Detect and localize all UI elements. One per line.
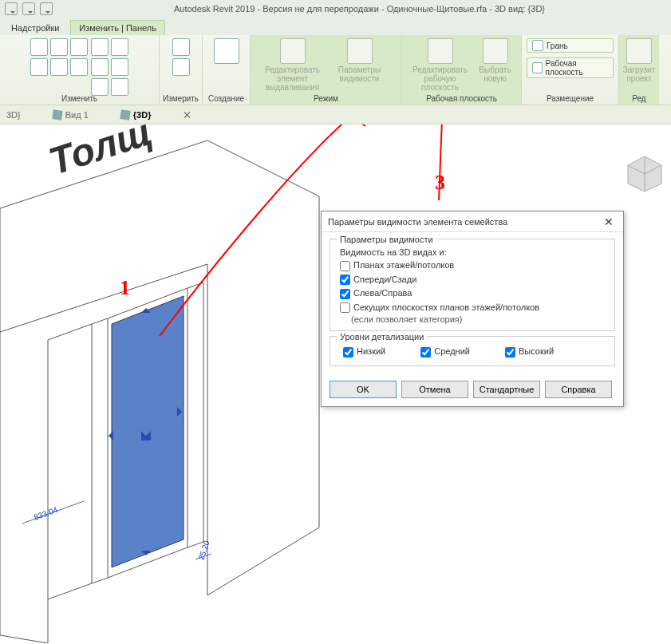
cb-low[interactable] <box>343 347 353 358</box>
title-bar: Autodesk Revit 2019 - Версия не для пере… <box>0 0 671 18</box>
drawing-canvas[interactable]: Толщ 833.04 25.20 <box>0 124 671 644</box>
cb-high-row[interactable]: Высокий <box>502 345 554 359</box>
cb-low-label: Низкий <box>357 346 385 356</box>
annotation-3: 3 <box>435 171 445 195</box>
view-tab-3d-active[interactable]: {3D} <box>120 110 152 120</box>
help-button[interactable]: Справка <box>545 381 612 398</box>
cb-med[interactable] <box>420 347 431 358</box>
workplane-label: Рабочая плоскость <box>546 59 608 77</box>
group-modify-label: Изменить <box>61 93 97 103</box>
cb-plan[interactable] <box>340 261 350 271</box>
cb-front-back[interactable] <box>340 275 350 285</box>
edit-extrusion-l1: Редактировать <box>265 65 320 74</box>
face-option[interactable]: Грань <box>527 38 614 53</box>
window-title: Autodesk Revit 2019 - Версия не для пере… <box>53 4 666 14</box>
visibility-on-label: Видимость на 3D видах и: <box>337 247 608 259</box>
ok-button[interactable]: OK <box>330 381 397 398</box>
modify-icon-1[interactable] <box>30 38 48 56</box>
modify-icon-6[interactable] <box>70 58 88 76</box>
workplane-icon <box>532 62 543 73</box>
pick-new-l1: Выбрать <box>479 65 511 74</box>
svg-marker-3 <box>109 431 113 441</box>
group-create-label: Создание <box>208 93 244 103</box>
edit-workplane-icon <box>428 38 453 64</box>
modify-icon-10[interactable] <box>111 58 128 76</box>
edit-extrusion-l2: элемент выдавливания <box>266 74 320 92</box>
visibility-fieldset: Параметры видимости Видимость на 3D вида… <box>330 239 615 331</box>
qat-icon-1[interactable] <box>5 2 18 15</box>
work-area: 3D} Вид 1 {3D} Толщ <box>0 105 671 644</box>
modify-icon-4[interactable] <box>30 58 48 76</box>
ribbon-tabs: Надстройки Изменить | Панель <box>0 18 671 35</box>
modify-icon-5[interactable] <box>50 58 68 76</box>
modify-icon-3[interactable] <box>70 38 88 56</box>
cb-left-right-row[interactable]: Слева/Справа <box>337 286 608 301</box>
view-tabs: 3D} Вид 1 {3D} <box>0 105 671 124</box>
view-tab-0-label: 3D} <box>6 110 21 120</box>
tab-addins[interactable]: Надстройки <box>3 21 67 35</box>
group-placement-label: Размещение <box>547 93 594 103</box>
view-cube[interactable] <box>625 153 665 193</box>
measure-icon-1[interactable] <box>172 38 190 56</box>
cb-med-row[interactable]: Средний <box>417 345 470 359</box>
modify-icon-8[interactable] <box>111 38 128 56</box>
cb-med-label: Средний <box>434 346 470 356</box>
cb-high[interactable] <box>505 347 515 358</box>
load-l1: Загрузит <box>623 65 655 74</box>
cb-cut-note: (если позволяет категория) <box>337 314 608 324</box>
dialog-titlebar[interactable]: Параметры видимости элемента семейства ✕ <box>322 211 623 232</box>
view-tab-2-label: {3D} <box>133 110 152 120</box>
load-l2: проект <box>626 74 651 83</box>
svg-marker-0 <box>112 296 184 567</box>
pick-new-button[interactable]: Выбратьновую <box>476 38 515 83</box>
cb-front-back-label: Спереди/Сзади <box>353 275 416 284</box>
load-project-button[interactable]: Загрузитпроект <box>622 38 657 83</box>
qat-icon-3[interactable] <box>40 2 53 15</box>
measure-icon-2[interactable] <box>172 58 190 76</box>
modify-icon-2[interactable] <box>50 38 68 56</box>
edit-workplane-button[interactable]: Редактироватьрабочую плоскость <box>409 38 472 92</box>
visibility-l1: Параметры <box>338 65 381 74</box>
cb-low-row[interactable]: Низкий <box>340 345 385 359</box>
visibility-dialog: Параметры видимости элемента семейства ✕… <box>321 211 624 407</box>
view-tab-3d-prev[interactable]: 3D} <box>6 110 21 120</box>
face-icon <box>532 40 543 51</box>
modify-icon-9[interactable] <box>91 58 109 76</box>
cb-plan-label: Планах этажей/потолков <box>353 260 454 270</box>
dialog-title-text: Параметры видимости элемента семейства <box>328 217 507 227</box>
group-measure-label: Измерить <box>163 93 199 103</box>
visibility-legend: Параметры видимости <box>337 235 436 244</box>
visibility-l2: видимости <box>340 74 380 83</box>
cb-cut-row[interactable]: Секущих плоскостях планов этажей/потолко… <box>337 301 608 315</box>
edit-extrusion-icon <box>280 38 306 64</box>
modify-icon-7[interactable] <box>91 38 109 56</box>
cb-front-back-row[interactable]: Спереди/Сзади <box>337 273 608 287</box>
cb-left-right-label: Слева/Справа <box>353 288 412 298</box>
modify-icon-12[interactable] <box>111 78 128 96</box>
cancel-button[interactable]: Отмена <box>401 381 468 398</box>
cb-plan-row[interactable]: Планах этажей/потолков <box>337 259 608 273</box>
cube-icon <box>120 109 131 121</box>
iso-drawing <box>0 124 335 643</box>
ribbon: Изменить Измерить Создание Редактировать… <box>0 35 671 105</box>
group-mode-label: Режим <box>314 93 338 103</box>
close-tab-icon[interactable] <box>183 110 192 120</box>
cb-cut-label: Секущих плоскостях планов этажей/потолко… <box>353 302 539 312</box>
visibility-params-icon <box>347 38 373 64</box>
qat-icon-2[interactable] <box>22 2 35 15</box>
view-tab-1-label: Вид 1 <box>65 110 89 120</box>
cb-left-right[interactable] <box>340 289 350 299</box>
edit-extrusion-button[interactable]: Редактироватьэлемент выдавливания <box>261 38 325 92</box>
edit-wp-l2: рабочую плоскость <box>421 74 459 92</box>
workplane-option[interactable]: Рабочая плоскость <box>527 57 614 78</box>
cube-icon <box>52 109 63 121</box>
close-icon[interactable]: ✕ <box>601 214 617 230</box>
cb-cut[interactable] <box>340 302 350 313</box>
create-icon[interactable] <box>214 38 239 64</box>
pick-new-icon <box>483 38 508 64</box>
default-button[interactable]: Стандартные <box>473 381 540 398</box>
face-label: Грань <box>547 41 568 50</box>
visibility-params-button[interactable]: Параметрывидимости <box>328 38 392 83</box>
view-tab-view1[interactable]: Вид 1 <box>53 110 89 120</box>
tab-modify-panel[interactable]: Изменить | Панель <box>70 20 165 35</box>
